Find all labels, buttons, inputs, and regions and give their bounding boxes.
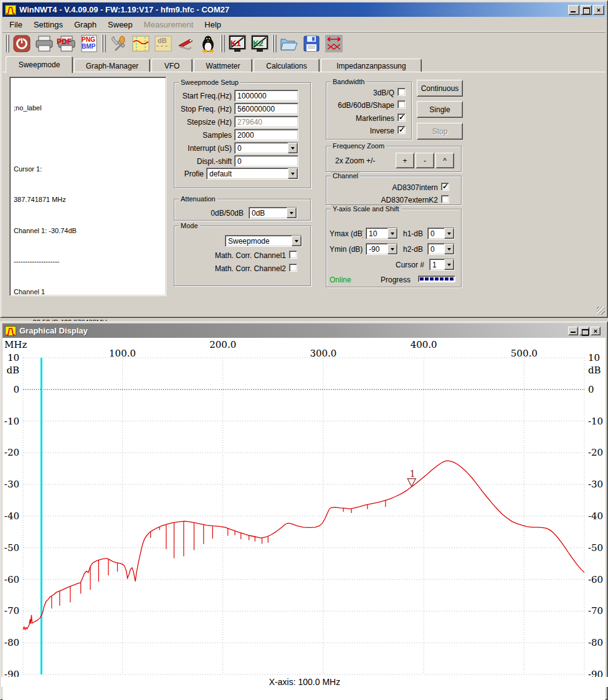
group-title: Mode: [179, 222, 200, 229]
svg-text:-30: -30: [588, 479, 603, 490]
menu-graph[interactable]: Graph: [69, 19, 102, 31]
sweep-limits-icon[interactable]: [323, 34, 344, 54]
h2-select[interactable]: 0: [427, 243, 455, 255]
mode-select[interactable]: Sweepmode: [225, 235, 302, 247]
db-shift-icon[interactable]: dB: [153, 34, 174, 54]
group-title: Bandwidth: [331, 78, 366, 85]
tab-sweepmode[interactable]: Sweepmode: [6, 56, 73, 73]
settings-icon[interactable]: [108, 34, 129, 54]
zoom-label: 2x Zoom +/-: [335, 156, 375, 165]
chevron-down-icon[interactable]: [444, 228, 454, 239]
ymin-value: -90: [369, 245, 387, 254]
ymax-label: Ymax (dB): [330, 229, 363, 238]
graph-settings-icon[interactable]: [130, 34, 151, 54]
open-file-icon[interactable]: [278, 34, 300, 54]
samples-input[interactable]: 2000: [234, 129, 298, 141]
inverse-checkbox[interactable]: [397, 126, 406, 134]
graph-titlebar[interactable]: Graphical Display ×: [2, 324, 606, 338]
single-button[interactable]: Single: [417, 101, 463, 118]
toolbar-grip[interactable]: [102, 35, 106, 52]
ad8307extern-checkbox[interactable]: [441, 195, 449, 203]
cursor-number-select[interactable]: 1: [429, 259, 455, 271]
toolbar-grip[interactable]: [221, 35, 225, 52]
cursor-info-panel[interactable]: ;no_label Cursor 1: 387.741871 MHz Chann…: [9, 77, 166, 296]
svg-text:400.0: 400.0: [411, 339, 437, 350]
stepsize-input: 279640: [234, 116, 298, 128]
tools-icon[interactable]: [175, 34, 196, 54]
profile-label: Profie: [178, 170, 204, 178]
svg-text:-30: -30: [4, 479, 19, 490]
zoom-out-button[interactable]: -: [416, 153, 434, 168]
ymin-select[interactable]: -90: [366, 243, 398, 255]
start-freq-input[interactable]: 1000000: [234, 90, 298, 102]
k2-channel-icon[interactable]: K2: [249, 34, 270, 54]
export-image-icon[interactable]: PNG BMP: [78, 34, 100, 54]
svg-text:-60: -60: [588, 574, 603, 585]
chevron-down-icon[interactable]: [387, 244, 397, 254]
info-line: ;no_label: [14, 103, 162, 113]
chevron-down-icon[interactable]: [288, 143, 298, 153]
resize-grip[interactable]: [597, 307, 605, 315]
tab-wattmeter[interactable]: Wattmeter: [194, 59, 252, 73]
main-titlebar[interactable]: WinNWT4 - V.4.09.09 - FW:1.19:V17 - hfm9…: [2, 2, 606, 17]
stop-freq-label: Stop Freq. (Hz): [181, 105, 232, 113]
linux-icon[interactable]: [197, 34, 219, 54]
menu-sweep[interactable]: Sweep: [102, 19, 138, 31]
chevron-down-icon[interactable]: [292, 236, 302, 246]
k2-label: K2: [253, 39, 264, 48]
svg-text:-20: -20: [4, 447, 19, 458]
tab-calculations[interactable]: Calculations: [254, 59, 320, 73]
interrupt-select[interactable]: 0: [234, 142, 298, 154]
graph-window: Graphical Display × 101000-10-10-20-20-3…: [0, 321, 608, 700]
toolbar-grip[interactable]: [272, 35, 277, 52]
ad8307intern-checkbox[interactable]: [441, 183, 449, 191]
continuous-button[interactable]: Continuous: [417, 80, 463, 97]
close-button[interactable]: ×: [591, 327, 601, 335]
bw-6db-checkbox[interactable]: [397, 100, 406, 108]
math-corr1-checkbox[interactable]: [289, 251, 297, 259]
zoom-reset-button[interactable]: ^: [435, 153, 454, 168]
tab-vfo[interactable]: VFO: [151, 59, 192, 73]
bw-3db-checkbox[interactable]: [397, 88, 406, 96]
maximize-button[interactable]: [581, 5, 592, 15]
tab-graph-manager[interactable]: Graph-Manager: [74, 59, 150, 73]
chevron-down-icon[interactable]: [287, 208, 297, 218]
profile-select[interactable]: default: [206, 168, 298, 180]
chevron-down-icon[interactable]: [444, 259, 454, 270]
svg-text:-40: -40: [4, 511, 19, 522]
close-button[interactable]: ×: [593, 5, 604, 15]
tab-impedanzanpassung[interactable]: Impedanzanpassung: [321, 59, 422, 73]
save-file-icon[interactable]: [301, 34, 322, 54]
ymax-select[interactable]: 10: [366, 228, 398, 239]
menu-help[interactable]: Help: [199, 19, 227, 31]
maximize-button[interactable]: [579, 327, 589, 335]
markerlines-checkbox[interactable]: [397, 113, 406, 122]
print-pdf-icon[interactable]: PDF: [56, 34, 77, 54]
menu-settings[interactable]: Settings: [28, 19, 69, 31]
svg-text:-80: -80: [4, 637, 19, 648]
chevron-down-icon[interactable]: [288, 168, 298, 179]
math-corr1-label: Math. Corr. Channel1: [200, 251, 286, 260]
svg-text:dB: dB: [588, 365, 601, 376]
zoom-in-button[interactable]: +: [396, 153, 414, 168]
svg-text:300.0: 300.0: [310, 348, 336, 359]
menu-file[interactable]: File: [4, 19, 28, 31]
attenuation-select[interactable]: 0dB: [249, 207, 297, 219]
group-title: Y-axis Scale and Shift: [331, 205, 401, 213]
math-corr2-checkbox[interactable]: [289, 264, 297, 272]
power-icon[interactable]: [11, 34, 32, 54]
info-line: Channel 1: -30.74dB: [14, 226, 162, 236]
print-icon[interactable]: [34, 34, 55, 54]
progress-label: Progress: [381, 276, 411, 284]
sweep-chart[interactable]: 101000-10-10-20-20-30-30-40-40-50-50-60-…: [1, 338, 608, 687]
displ-shift-input[interactable]: 0: [234, 155, 298, 167]
chevron-down-icon[interactable]: [444, 244, 454, 254]
info-line: Channel 1: [14, 287, 162, 297]
h1-select[interactable]: 0: [427, 228, 455, 239]
minimize-button[interactable]: [568, 327, 578, 335]
minimize-button[interactable]: [568, 5, 579, 15]
k1-channel-icon[interactable]: K1: [227, 34, 248, 54]
toolbar-grip[interactable]: [5, 35, 9, 52]
stop-freq-input[interactable]: 560000000: [234, 103, 298, 115]
chevron-down-icon[interactable]: [387, 228, 397, 239]
